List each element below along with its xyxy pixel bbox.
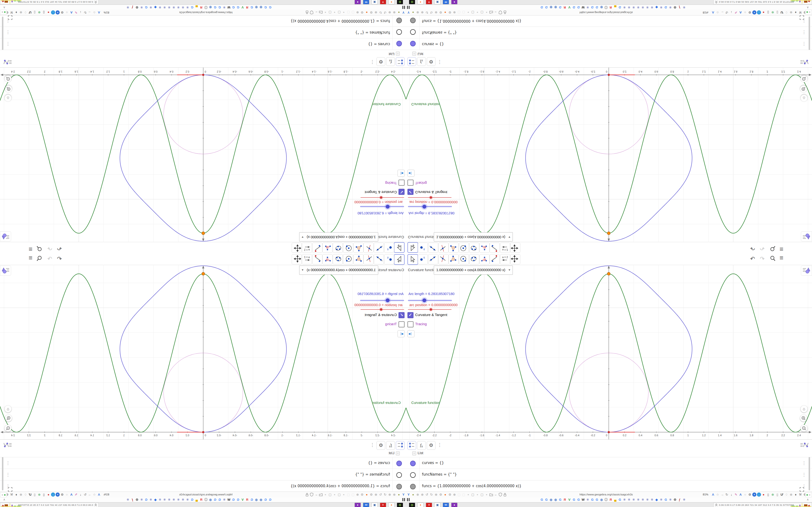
globe-color-icon[interactable]: ⊕ <box>771 10 775 14</box>
curvature-function-dropdown[interactable]: 1.000000000000 + cos(4.000000000000 x) ▼ <box>299 232 378 241</box>
star-icon[interactable]: ☆ <box>92 493 96 497</box>
tab-favicon-1[interactable]: G <box>268 498 272 502</box>
fullscreen-icon[interactable] <box>800 487 804 492</box>
translate2-icon[interactable]: A <box>739 10 743 14</box>
tool-conic-button[interactable] <box>333 254 343 264</box>
tab-favicon-30[interactable]: ⚙ <box>135 498 139 502</box>
algebra-scrollbar[interactable] <box>809 457 810 490</box>
tool-circle-button[interactable] <box>343 254 353 264</box>
home-button[interactable]: ⌂ <box>801 95 807 101</box>
chevron-up-icon[interactable]: ∧ <box>807 498 809 501</box>
taskbar-app-file-manager[interactable]: ▤ <box>409 0 415 4</box>
tab-favicon-11[interactable]: ✳ <box>222 498 226 502</box>
row-kebab-icon[interactable]: ⋮ <box>802 472 806 477</box>
arc-length-slider-knob[interactable] <box>422 205 426 209</box>
tab-favicon-25[interactable]: ✳ <box>650 5 654 9</box>
chevron-up-icon[interactable]: ∧ <box>3 6 5 9</box>
tab-favicon-23[interactable]: ✳ <box>641 498 645 502</box>
trash-icon[interactable]: ▯ <box>42 493 46 497</box>
globe-gray-icon[interactable]: ⊕ <box>789 10 793 14</box>
zoom-in-button[interactable] <box>5 86 12 92</box>
redo-icon[interactable]: ↷ <box>47 256 52 262</box>
dl-blue-icon[interactable]: ↓ <box>757 493 761 497</box>
refresh-icon[interactable]: ↻ <box>83 493 87 497</box>
device-icon[interactable]: ▯ <box>775 10 779 14</box>
shield2-icon[interactable]: ♢ <box>784 10 789 14</box>
taskbar-app-memory-64[interactable]: 64 <box>363 0 369 4</box>
pause-icon[interactable] <box>407 6 410 9</box>
tab-favicon-18[interactable]: G <box>618 5 622 9</box>
ud-shield-icon[interactable]: Ư <box>780 10 784 14</box>
tab-favicon-24[interactable]: ✳ <box>163 498 166 502</box>
zoom-out-button[interactable] <box>5 425 11 432</box>
red-dot-icon[interactable]: ● <box>761 10 766 14</box>
arrow-icon[interactable]: → <box>720 10 724 14</box>
row-kebab-icon[interactable]: ⋮ <box>802 460 806 466</box>
tray-edge-box[interactable] <box>0 10 7 15</box>
tool-circle-button[interactable] <box>459 254 469 264</box>
tab-favicon-12[interactable]: G <box>218 5 221 9</box>
visibility-toggle[interactable] <box>410 18 416 23</box>
taskbar-app-firefox[interactable]: ● <box>417 503 424 507</box>
tab-favicon-27[interactable]: ✳ <box>659 5 663 9</box>
taskbar-app-file-manager[interactable]: ▤ <box>409 503 415 507</box>
taskbar-app-system-settings[interactable]: ✳ <box>380 0 386 4</box>
ghost-icon[interactable]: ▢ <box>346 493 350 497</box>
tab-favicon-32[interactable]: ✳ <box>126 5 130 9</box>
fwd-circ-icon[interactable]: ↻ <box>429 10 434 14</box>
taskbar-app-cat-app[interactable]: ● <box>355 0 361 4</box>
pause-icon[interactable] <box>402 498 405 501</box>
red-dot-icon[interactable]: ● <box>761 493 766 497</box>
visibility-toggle[interactable] <box>396 18 402 23</box>
tab-favicon-30[interactable]: ⚙ <box>135 5 139 9</box>
device-icon[interactable]: ▯ <box>33 10 37 14</box>
chevron-down-icon[interactable]: ▼ <box>301 235 304 239</box>
tab-favicon-16[interactable]: Я <box>609 5 613 9</box>
star-icon[interactable]: ☆ <box>92 10 96 14</box>
taskbar-app-firefox[interactable]: ● <box>417 0 424 4</box>
tab-favicon-28[interactable]: G <box>664 5 668 9</box>
tab-favicon-11[interactable]: ✳ <box>222 5 226 9</box>
home-button[interactable]: ⌂ <box>5 406 11 412</box>
tab-favicon-5[interactable]: G <box>558 5 562 9</box>
tab-favicon-7[interactable]: V <box>241 5 245 9</box>
dot-icon[interactable]: ∘ <box>485 493 489 497</box>
tab-favicon-24[interactable]: ✳ <box>646 5 649 9</box>
squircle-icon[interactable]: ▢ <box>337 493 341 497</box>
tab-favicon-14[interactable]: ◉ <box>600 5 603 9</box>
collapse-icon[interactable]: − <box>396 451 400 455</box>
trash-icon[interactable]: ▯ <box>766 493 770 497</box>
page-zoom-level[interactable]: 81% <box>703 493 708 496</box>
arc-length-slider-knob[interactable] <box>386 298 390 302</box>
chevron-down-icon[interactable]: ▼ <box>508 235 511 239</box>
gear-icon[interactable]: ⚙ <box>376 57 385 66</box>
shield2-icon[interactable]: ♢ <box>23 10 28 14</box>
taskbar-app-system-settings[interactable]: ✳ <box>380 503 386 507</box>
tool-move-button[interactable] <box>407 242 418 253</box>
arrow-icon[interactable]: → <box>88 10 92 14</box>
tab-favicon-19[interactable]: ✳ <box>622 5 626 9</box>
tab-favicon-25[interactable]: ✳ <box>650 498 654 502</box>
zoom-out-button[interactable] <box>801 425 807 432</box>
tool-line-button[interactable] <box>374 254 384 264</box>
tray-edge-box[interactable] <box>805 492 812 497</box>
tab-favicon-11[interactable]: ✳ <box>586 498 590 502</box>
tab-favicon-26[interactable]: ◆ <box>655 498 659 502</box>
ghost-icon[interactable]: ▢ <box>462 493 466 497</box>
algebra-style-icon[interactable] <box>3 442 12 448</box>
algebra-scrollbar[interactable] <box>809 17 810 50</box>
download-icon[interactable]: ↓ <box>729 10 733 14</box>
dot-icon[interactable]: ∘ <box>475 10 479 14</box>
globe-icon[interactable]: ⊕ <box>452 493 457 497</box>
squircle-icon[interactable]: ▢ <box>471 10 475 14</box>
arc-length-slider[interactable] <box>408 206 452 207</box>
back-arrow-icon[interactable]: ← <box>314 10 318 14</box>
dot-icon[interactable]: ∘ <box>333 10 337 14</box>
taskbar-app-display[interactable]: ▣ <box>434 0 441 4</box>
curvature-function-dropdown[interactable]: 1.000000000000 + cos(4.000000000000 x) ▼ <box>434 232 513 241</box>
globe-color-icon[interactable]: ⊕ <box>37 10 41 14</box>
folder-icon[interactable] <box>489 493 493 497</box>
taskbar-app-system-settings[interactable]: ✳ <box>426 0 432 4</box>
tool-point-button[interactable]: A <box>384 243 394 253</box>
tool-line-point-button[interactable] <box>312 243 322 253</box>
